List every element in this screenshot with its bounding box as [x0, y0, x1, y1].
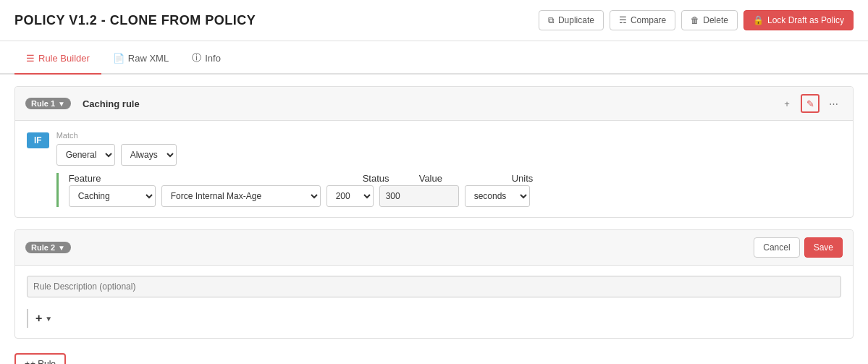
save-button[interactable]: Save: [804, 237, 843, 258]
code-icon: 📄: [113, 53, 125, 64]
feature-block: Feature Status Value Units Caching Force: [56, 173, 841, 207]
rule-2-section: Rule 2 ▼ Cancel Save + ▼: [14, 229, 854, 339]
delete-icon: 🗑: [691, 15, 699, 25]
rule-1-header-left: Rule 1 ▼ Caching rule: [25, 98, 140, 109]
always-select[interactable]: Always: [121, 144, 177, 166]
duplicate-icon: ⧉: [548, 15, 555, 25]
rule-1-body: IF Match General Always Feature: [15, 121, 853, 217]
value-label: Value: [419, 173, 506, 184]
rule-1-title: Caching rule: [83, 98, 140, 109]
add-rule-button[interactable]: + + Rule: [14, 353, 66, 364]
value-input[interactable]: [379, 185, 459, 207]
duplicate-button[interactable]: ⧉ Duplicate: [539, 10, 604, 30]
header-actions: ⧉ Duplicate ☴ Compare 🗑 Delete 🔒 Lock Dr…: [539, 10, 854, 30]
rule-2-badge[interactable]: Rule 2 ▼: [25, 242, 71, 253]
match-label: Match: [56, 131, 841, 140]
tabs-bar: ☰ Rule Builder 📄 Raw XML ⓘ Info: [0, 43, 868, 75]
more-options-button[interactable]: ⋯: [824, 94, 843, 113]
lock-draft-button[interactable]: 🔒 Lock Draft as Policy: [743, 10, 854, 30]
general-select[interactable]: General: [56, 144, 115, 166]
edit-rule-button[interactable]: ✎: [801, 94, 819, 113]
rule-1-header: Rule 1 ▼ Caching rule + ✎ ⋯: [15, 87, 853, 121]
lock-icon: 🔒: [753, 15, 764, 25]
tab-raw-xml[interactable]: 📄 Raw XML: [101, 43, 180, 75]
delete-button[interactable]: 🗑 Delete: [681, 10, 738, 30]
cancel-button[interactable]: Cancel: [754, 237, 799, 258]
add-condition-row: + ▼: [27, 309, 841, 328]
if-label: IF: [27, 132, 49, 148]
tab-info[interactable]: ⓘ Info: [180, 43, 232, 75]
add-dropdown-arrow[interactable]: ▼: [45, 315, 52, 323]
header: POLICY V1.2 - CLONE FROM POLICY ⧉ Duplic…: [0, 0, 868, 41]
compare-button[interactable]: ☴ Compare: [610, 10, 675, 30]
if-block: IF Match General Always Feature: [27, 131, 841, 207]
rule-1-section: Rule 1 ▼ Caching rule + ✎ ⋯ IF Match Gen…: [14, 86, 854, 218]
rule-2-header-left: Rule 2 ▼: [25, 242, 71, 253]
feature-detail-select[interactable]: Force Internal Max-Age: [161, 185, 321, 207]
feature-labels-row: Feature Status Value Units: [69, 173, 841, 184]
chevron-down-icon: ▼: [58, 100, 65, 108]
plus-icon: +: [25, 359, 30, 364]
feature-values-row: Caching Force Internal Max-Age 200 secon…: [69, 185, 841, 207]
chevron-down-icon: ▼: [58, 244, 65, 252]
list-icon: ☰: [26, 53, 35, 64]
units-select[interactable]: seconds: [465, 185, 530, 207]
info-icon: ⓘ: [192, 51, 201, 64]
add-condition-button[interactable]: +: [778, 94, 796, 113]
add-button[interactable]: +: [35, 312, 42, 325]
feature-label: Feature: [69, 173, 192, 184]
condition-row: General Always: [56, 144, 841, 166]
rule-2-actions: Cancel Save: [754, 237, 843, 258]
rule-1-actions: + ✎ ⋯: [778, 94, 843, 113]
if-content: Match General Always Feature St: [56, 131, 841, 207]
rule-2-header: Rule 2 ▼ Cancel Save: [15, 230, 853, 266]
compare-icon: ☴: [619, 15, 627, 25]
page-title: POLICY V1.2 - CLONE FROM POLICY: [14, 13, 256, 28]
content-area: Rule 1 ▼ Caching rule + ✎ ⋯ IF Match Gen…: [0, 75, 868, 364]
tab-rule-builder[interactable]: ☰ Rule Builder: [14, 43, 101, 75]
status-label: Status: [363, 173, 413, 184]
rule-2-body: + ▼: [15, 266, 853, 338]
units-label: Units: [512, 173, 534, 184]
feature-select[interactable]: Caching: [69, 185, 156, 207]
status-select[interactable]: 200: [326, 185, 374, 207]
rule-description-input[interactable]: [27, 276, 841, 297]
rule-1-badge[interactable]: Rule 1 ▼: [25, 98, 71, 109]
